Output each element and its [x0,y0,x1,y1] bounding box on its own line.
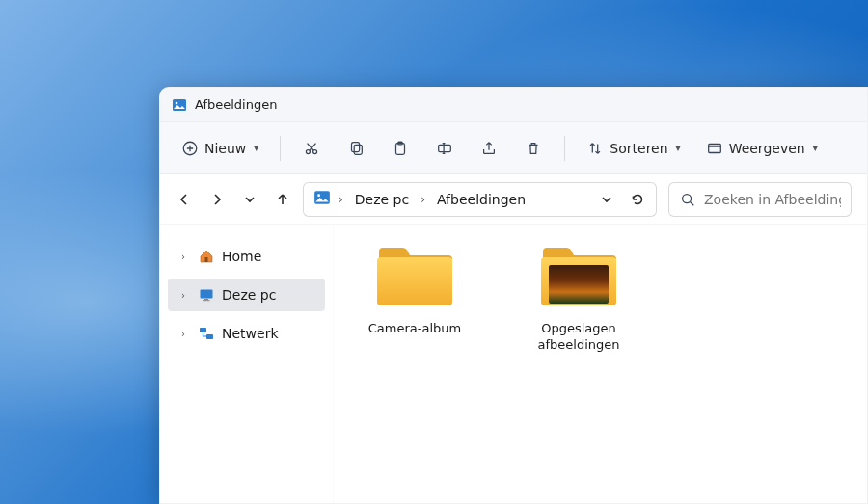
sidebar-item-label: Home [222,249,261,264]
monitor-icon [199,287,214,303]
svg-rect-14 [205,257,208,262]
up-button[interactable] [274,191,291,208]
new-button-label: Nieuw [204,141,246,156]
svg-rect-15 [201,290,213,299]
search-box[interactable] [668,182,852,217]
svg-rect-5 [352,142,360,151]
chevron-right-icon: › [181,329,191,339]
clipboard-icon [392,140,409,157]
chevron-down-icon: ▾ [813,143,818,153]
recent-dropdown[interactable] [241,191,258,208]
folder-icon [537,244,620,311]
svg-point-1 [176,101,178,104]
chevron-right-icon: › [181,290,191,301]
window-title: Afbeeldingen [195,97,277,112]
breadcrumb-root[interactable]: Deze pc [351,190,413,209]
folder-camera-album[interactable]: Camera-album [357,244,473,337]
svg-point-13 [683,194,692,202]
pictures-icon [313,189,331,210]
pictures-icon [172,97,187,113]
chevron-right-icon: › [420,193,425,206]
back-button[interactable] [176,191,193,208]
svg-rect-9 [439,145,451,151]
scissors-icon [303,140,320,157]
home-icon [199,249,214,264]
address-bar[interactable]: › Deze pc › Afbeeldingen [303,182,657,217]
sort-button-label: Sorteren [610,141,667,156]
search-input[interactable] [704,192,841,207]
sidebar-item-label: Netwerk [222,326,279,341]
breadcrumb-current[interactable]: Afbeeldingen [433,190,529,209]
sidebar-item-network[interactable]: › Netwerk [168,317,325,350]
chevron-down-icon: ▾ [676,143,681,153]
folder-saved-pictures[interactable]: Opgeslagen afbeeldingen [521,244,637,354]
copy-icon [347,140,365,157]
toolbar-separator [280,136,281,161]
copy-button[interactable] [337,131,375,166]
content-pane: Camera-album Opgeslagen afbeeldingen [334,225,867,503]
folder-icon [373,244,456,311]
chevron-right-icon: › [339,193,343,206]
folder-label: Camera-album [368,321,461,337]
view-button-label: Weergeven [729,141,805,156]
delete-button[interactable] [514,131,553,166]
plus-circle-icon [181,140,199,157]
search-icon [679,191,696,208]
address-dropdown[interactable] [598,191,615,208]
svg-rect-18 [200,328,206,332]
share-icon [480,140,498,157]
rename-icon [436,140,453,157]
nav-arrows [176,191,291,208]
file-explorer-window: Afbeeldingen Nieuw ▾ [159,87,868,504]
new-button[interactable]: Nieuw ▾ [172,131,268,166]
view-icon [706,140,723,157]
svg-point-12 [317,194,320,197]
svg-rect-6 [355,145,363,154]
svg-rect-11 [314,191,330,204]
paste-button[interactable] [381,131,420,166]
share-button[interactable] [470,131,508,166]
chevron-right-icon: › [181,252,191,262]
svg-rect-0 [173,99,186,111]
svg-rect-17 [203,300,210,301]
svg-rect-16 [204,299,208,300]
navigation-pane: › Home › Deze pc › Netwerk [160,225,334,503]
sort-icon [586,140,604,157]
sidebar-item-label: Deze pc [222,287,276,303]
trash-icon [525,140,542,157]
command-toolbar: Nieuw ▾ [160,122,867,174]
folder-thumbnail [549,265,609,304]
rename-button[interactable] [425,131,464,166]
sidebar-item-this-pc[interactable]: › Deze pc [168,279,325,311]
titlebar: Afbeeldingen [160,88,867,122]
sort-button[interactable]: Sorteren ▾ [577,131,690,166]
forward-button[interactable] [208,191,226,208]
view-button[interactable]: Weergeven ▾ [696,131,827,166]
toolbar-separator [564,136,565,161]
refresh-button[interactable] [629,191,646,208]
chevron-down-icon: ▾ [254,143,258,153]
cut-button[interactable] [292,131,331,166]
navigation-row: › Deze pc › Afbeeldingen [160,174,867,225]
sidebar-item-home[interactable]: › Home [168,240,325,273]
network-icon [199,326,214,341]
svg-rect-19 [206,334,213,339]
folder-label: Opgeslagen afbeeldingen [521,321,637,354]
svg-rect-10 [708,144,720,152]
explorer-body: › Home › Deze pc › Netwerk [160,225,867,503]
